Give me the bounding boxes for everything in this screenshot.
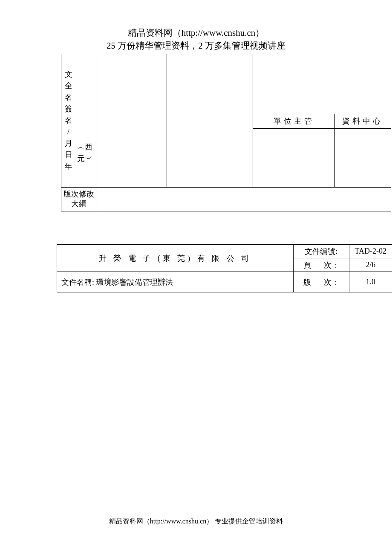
docname-label: 文件名稱: bbox=[61, 278, 94, 286]
col-a bbox=[96, 54, 167, 187]
unit-supervisor-sign bbox=[253, 128, 335, 187]
vertical-label-cell: 文全名簽名/月日年 ︵西元︶ bbox=[61, 54, 96, 187]
revision-outline-label: 版次修改大綱 bbox=[61, 187, 96, 211]
data-center-sign bbox=[335, 128, 391, 187]
docno-label: 文件编號: bbox=[293, 245, 349, 258]
vertical-label-main: 文全名簽名/月日年 bbox=[62, 69, 75, 172]
header-line1: 精品资料网（http://www.cnshu.cn） bbox=[0, 26, 392, 39]
header-line2: 25 万份精华管理资料，2 万多集管理视频讲座 bbox=[0, 39, 392, 52]
version-label: 版 次: bbox=[293, 272, 349, 292]
docno-value: TAD-2-02 bbox=[349, 245, 392, 258]
signature-table: 文全名簽名/月日年 ︵西元︶ 單位主管 資料中心 版次修改大綱 bbox=[61, 54, 391, 211]
data-center-label: 資料中心 bbox=[335, 114, 391, 128]
page-footer: 精品资料网（http://www.cnshu.cn） 专业提供企管培训资料 bbox=[0, 517, 392, 526]
version-value: 1.0 bbox=[349, 272, 392, 292]
page-header: 精品资料网（http://www.cnshu.cn） 25 万份精华管理资料，2… bbox=[0, 0, 392, 52]
docname-cell: 文件名稱: 環境影響設備管理辦法 bbox=[57, 272, 294, 292]
col-d-top bbox=[335, 54, 391, 114]
col-c-top bbox=[253, 54, 335, 114]
page-label: 頁 次: bbox=[293, 258, 349, 272]
document-info-table: 升 榮 電 子 (東 莞) 有 限 公 司 文件编號: TAD-2-02 頁 次… bbox=[57, 244, 392, 292]
col-b bbox=[167, 54, 253, 187]
company-name: 升 榮 電 子 (東 莞) 有 限 公 司 bbox=[57, 245, 294, 272]
docname-value: 環境影響設備管理辦法 bbox=[96, 278, 173, 286]
page-value: 2/6 bbox=[349, 258, 392, 272]
revision-outline-content bbox=[96, 187, 391, 211]
unit-supervisor-label: 單位主管 bbox=[253, 114, 335, 128]
vertical-label-side: ︵西元︶ bbox=[75, 69, 95, 172]
